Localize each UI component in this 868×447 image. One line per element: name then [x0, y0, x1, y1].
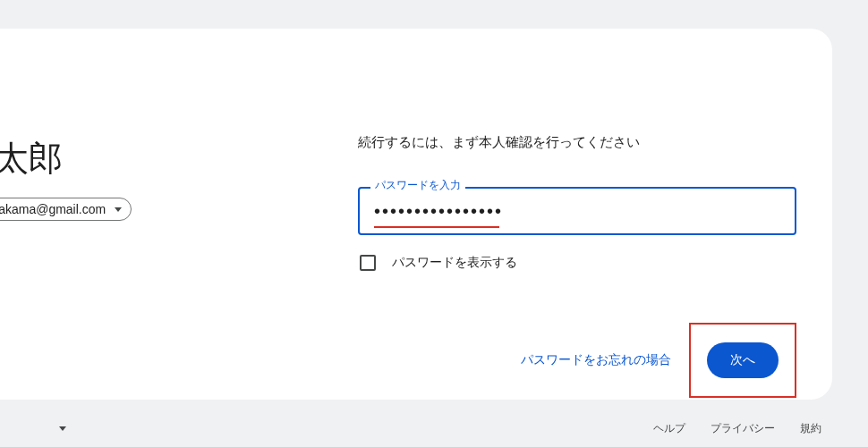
forgot-password-link[interactable]: パスワードをお忘れの場合: [521, 352, 671, 368]
show-password-checkbox[interactable]: [360, 255, 376, 271]
account-name: 日太郎: [0, 136, 358, 181]
signin-card: 日太郎 enonakama@gmail.com 続行するには、まず本人確認を行っ…: [0, 29, 832, 400]
chevron-down-icon: [59, 426, 66, 431]
footer-links: ヘルプ プライバシー 規約: [653, 421, 821, 436]
actions-row: パスワードをお忘れの場合 次へ: [358, 323, 796, 398]
error-underline: [374, 226, 499, 228]
next-button-highlight-box: 次へ: [689, 323, 796, 398]
password-field-wrap: パスワードを入力: [358, 187, 796, 235]
privacy-link[interactable]: プライバシー: [711, 421, 775, 436]
account-switcher-chip[interactable]: enonakama@gmail.com: [0, 198, 132, 221]
next-button[interactable]: 次へ: [707, 342, 779, 378]
right-column: 続行するには、まず本人確認を行ってください パスワードを入力 パスワードを表示す…: [358, 29, 832, 400]
help-link[interactable]: ヘルプ: [653, 421, 685, 436]
instruction-text: 続行するには、まず本人確認を行ってください: [358, 134, 796, 151]
password-field-label: パスワードを入力: [370, 178, 465, 193]
account-email: enonakama@gmail.com: [0, 202, 106, 216]
chevron-down-icon: [115, 207, 122, 212]
left-column: 日太郎 enonakama@gmail.com: [0, 29, 358, 400]
language-selector[interactable]: [55, 426, 66, 431]
footer: ヘルプ プライバシー 規約: [0, 421, 832, 436]
terms-link[interactable]: 規約: [800, 421, 821, 436]
show-password-row: パスワードを表示する: [360, 255, 796, 271]
show-password-label: パスワードを表示する: [392, 255, 517, 271]
